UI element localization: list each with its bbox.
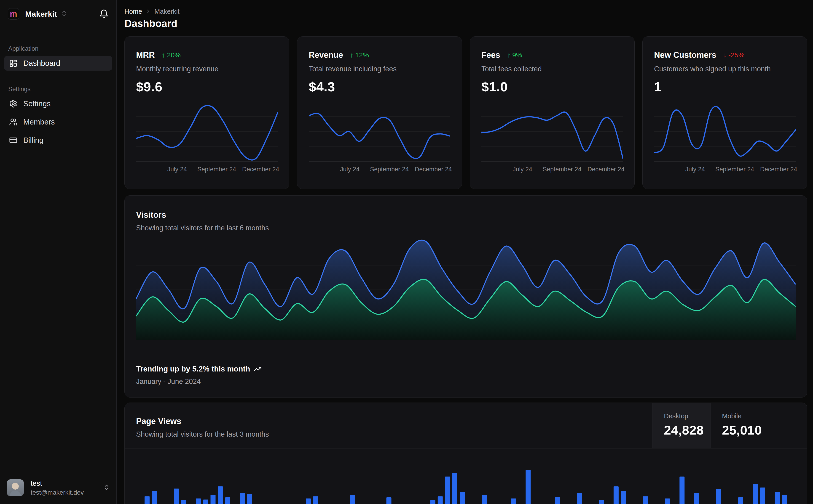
page-views-bar-chart bbox=[136, 454, 796, 504]
sidebar-nav: Application Dashboard Settings Settings … bbox=[0, 28, 116, 148]
tab-desktop-label: Desktop bbox=[664, 412, 710, 420]
trend-badge: ↑12% bbox=[350, 51, 369, 59]
sidebar-item-label: Settings bbox=[23, 99, 50, 108]
arrow-up-icon: ↑ bbox=[507, 51, 510, 59]
arrow-up-icon: ↑ bbox=[350, 51, 353, 59]
page-views-header: Page Views Showing total visitors for th… bbox=[125, 403, 807, 448]
stat-subtitle: Total revenue including fees bbox=[309, 65, 450, 73]
sidebar-item-dashboard[interactable]: Dashboard bbox=[4, 56, 112, 71]
page-views-subtitle: Showing total visitors for the last 3 mo… bbox=[136, 430, 641, 438]
stat-value: $1.0 bbox=[481, 79, 623, 94]
stat-card-new-customers: New Customers ↓-25% Customers who signed… bbox=[643, 36, 807, 189]
visitors-subtitle: Showing total visitors for the last 6 mo… bbox=[136, 224, 796, 232]
sidebar-item-label: Members bbox=[23, 118, 55, 126]
user-name: test bbox=[31, 479, 84, 488]
visitors-card: Visitors Showing total visitors for the … bbox=[124, 195, 807, 398]
stat-value: $9.6 bbox=[136, 79, 278, 94]
trend-badge: ↓-25% bbox=[723, 51, 744, 59]
notifications-bell-icon[interactable] bbox=[99, 9, 109, 19]
stat-value: $4.3 bbox=[309, 79, 450, 94]
breadcrumb-current: Makerkit bbox=[154, 8, 179, 15]
sidebar-item-label: Billing bbox=[23, 136, 43, 145]
chevrons-up-down-icon bbox=[103, 484, 110, 492]
stat-subtitle: Customers who signed up this month bbox=[654, 65, 796, 73]
trend-badge: ↑9% bbox=[507, 51, 522, 59]
breadcrumb-home-link[interactable]: Home bbox=[124, 8, 142, 15]
page-views-card: Page Views Showing total visitors for th… bbox=[124, 403, 807, 504]
tab-desktop-value: 24,828 bbox=[664, 423, 710, 438]
stat-title: New Customers bbox=[654, 50, 716, 60]
stat-value: 1 bbox=[654, 79, 796, 94]
stat-card-mrr: MRR ↑20% Monthly recurring revenue $9.6 … bbox=[124, 36, 289, 189]
revenue-sparkline-chart bbox=[309, 96, 450, 163]
tab-mobile-value: 25,010 bbox=[722, 423, 807, 438]
chevrons-up-down-icon[interactable] bbox=[61, 10, 67, 18]
user-avatar bbox=[7, 479, 24, 496]
credit-card-icon bbox=[9, 136, 17, 144]
user-email: test@makerkit.dev bbox=[31, 489, 84, 496]
x-axis-ticks: July 24September 24December 24 bbox=[136, 166, 278, 174]
x-axis-ticks: July 24September 24December 24 bbox=[481, 166, 623, 174]
tab-desktop[interactable]: Desktop 24,828 bbox=[652, 403, 710, 448]
makerkit-logo: m bbox=[8, 8, 19, 20]
trend-badge: ↑20% bbox=[162, 51, 181, 59]
x-axis-ticks: July 24September 24December 24 bbox=[654, 166, 796, 174]
tab-mobile[interactable]: Mobile 25,010 bbox=[710, 403, 807, 448]
sidebar-item-billing[interactable]: Billing bbox=[4, 133, 112, 148]
gear-icon bbox=[9, 100, 17, 108]
tab-mobile-label: Mobile bbox=[722, 412, 807, 420]
breadcrumb: Home Makerkit bbox=[124, 7, 807, 16]
nav-section-settings: Settings bbox=[4, 86, 112, 93]
fees-sparkline-chart bbox=[481, 96, 623, 163]
stat-card-fees: Fees ↑9% Total fees collected $1.0 July … bbox=[470, 36, 635, 189]
trending-up-icon bbox=[254, 365, 262, 373]
visitors-title: Visitors bbox=[136, 210, 796, 220]
sidebar-item-settings[interactable]: Settings bbox=[4, 96, 112, 111]
mrr-sparkline-chart bbox=[136, 96, 278, 163]
stat-title: Revenue bbox=[309, 50, 343, 60]
visitors-date-range: January - June 2024 bbox=[136, 377, 262, 386]
workspace-switcher[interactable]: Makerkit bbox=[25, 10, 57, 19]
sidebar: m Makerkit Application Dashboard Setting… bbox=[0, 0, 117, 504]
main-content: Home Makerkit Dashboard MRR ↑20% Monthly… bbox=[117, 0, 813, 504]
stat-cards-row: MRR ↑20% Monthly recurring revenue $9.6 … bbox=[124, 36, 807, 189]
arrow-down-icon: ↓ bbox=[723, 51, 727, 59]
user-menu[interactable]: test test@makerkit.dev bbox=[7, 479, 110, 496]
stat-subtitle: Monthly recurring revenue bbox=[136, 65, 278, 73]
users-icon bbox=[9, 118, 17, 126]
makerkit-logo-initial: m bbox=[10, 10, 17, 18]
stat-card-revenue: Revenue ↑12% Total revenue including fee… bbox=[297, 36, 462, 189]
page-title: Dashboard bbox=[124, 18, 807, 29]
visitors-footer: Trending up by 5.2% this month January -… bbox=[136, 365, 262, 386]
x-axis-ticks: July 24September 24December 24 bbox=[309, 166, 450, 174]
stat-subtitle: Total fees collected bbox=[481, 65, 623, 73]
sidebar-item-members[interactable]: Members bbox=[4, 115, 112, 129]
new-customers-sparkline-chart bbox=[654, 96, 796, 163]
stat-title: Fees bbox=[481, 50, 500, 60]
visitors-area-chart bbox=[136, 237, 796, 340]
page-views-title: Page Views bbox=[136, 416, 641, 426]
stat-title: MRR bbox=[136, 50, 155, 60]
chevron-right-icon bbox=[145, 8, 151, 14]
arrow-up-icon: ↑ bbox=[162, 51, 165, 59]
sidebar-item-label: Dashboard bbox=[23, 59, 60, 68]
dashboard-grid-icon bbox=[9, 59, 17, 67]
visitors-trend-text: Trending up by 5.2% this month bbox=[136, 365, 250, 373]
nav-section-application: Application bbox=[4, 45, 112, 52]
